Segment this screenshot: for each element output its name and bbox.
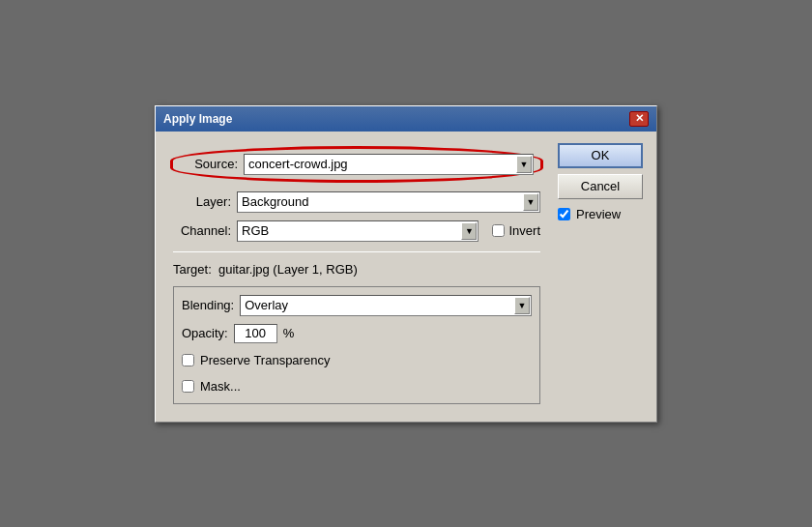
preserve-transparency-checkbox[interactable] [182,354,194,366]
layer-select[interactable]: Background [237,191,540,213]
right-panel: OK Cancel Preview [558,143,645,410]
invert-label: Invert [508,223,540,238]
opacity-label: Opacity: [182,326,228,340]
invert-checkbox[interactable] [492,224,505,237]
dialog-body: Source: concert-crowd.jpg ▼ Layer: Backg… [156,132,656,422]
target-label: Target: guitar.jpg (Layer 1, RGB) [173,262,358,277]
blending-select-wrapper: Overlay Normal Multiply Screen ▼ [240,295,532,316]
preview-row: Preview [558,205,645,223]
channel-select-wrapper: RGB ▼ [237,220,478,242]
source-row: Source: concert-crowd.jpg ▼ [174,150,539,179]
target-key: Target: [173,262,212,277]
left-panel: Source: concert-crowd.jpg ▼ Layer: Backg… [167,143,546,410]
divider [173,251,540,252]
blending-row: Blending: Overlay Normal Multiply Screen… [182,295,532,316]
blending-select[interactable]: Overlay Normal Multiply Screen [240,295,532,316]
close-button[interactable]: ✕ [629,111,649,127]
mask-row: Mask... [182,377,532,395]
source-select[interactable]: concert-crowd.jpg [244,154,534,175]
source-group: Source: concert-crowd.jpg ▼ [167,143,546,186]
mask-label: Mask... [200,379,241,394]
invert-group: Invert [492,223,540,238]
source-select-wrapper: concert-crowd.jpg ▼ [244,154,534,175]
apply-image-dialog: Apply Image ✕ Source: concert-crowd.jpg … [155,105,657,423]
channel-row: Channel: RGB ▼ Invert [167,217,546,246]
layer-row: Layer: Background ▼ [167,188,546,217]
source-label: Source: [180,157,238,171]
target-value: guitar.jpg (Layer 1, RGB) [218,262,358,277]
preview-label: Preview [576,207,621,221]
preview-checkbox[interactable] [558,208,570,220]
opacity-input[interactable] [234,324,277,343]
target-group: Target: guitar.jpg (Layer 1, RGB) [167,258,546,280]
layer-label: Layer: [173,194,231,209]
title-bar: Apply Image ✕ [156,106,656,132]
dialog-title: Apply Image [163,112,232,126]
opacity-row: Opacity: % [182,324,532,343]
mask-checkbox[interactable] [182,380,194,393]
channel-select[interactable]: RGB [237,220,478,242]
cancel-button[interactable]: Cancel [558,174,643,199]
preserve-transparency-row: Preserve Transparency [182,351,532,369]
preserve-label: Preserve Transparency [200,353,330,367]
blending-box: Blending: Overlay Normal Multiply Screen… [173,286,540,404]
blending-label: Blending: [182,298,234,312]
ok-button[interactable]: OK [558,143,643,168]
layer-select-wrapper: Background ▼ [237,191,540,213]
channel-label: Channel: [173,223,231,238]
opacity-unit: % [283,326,295,340]
